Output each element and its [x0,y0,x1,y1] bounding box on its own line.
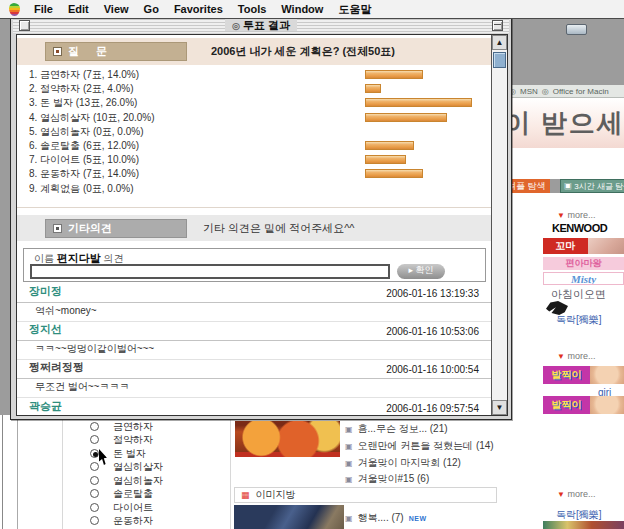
poll-option-row[interactable]: 절약하자 [90,433,153,446]
fav-circle-icon: ◎ [542,87,549,96]
poll-result-row: 5. 열심히놀자 (0표, 0.0%) [29,125,489,139]
board-link[interactable]: ▣오랜만에 커튼을 젖혔는데 (14) [345,439,494,453]
radio-icon[interactable] [90,503,99,512]
poll-option-row-selected[interactable]: 돈 벌자 [90,447,146,460]
opinion-label: 의견 [104,253,124,264]
ad-banner-pink[interactable]: 편아마왕 [543,257,624,270]
denim-photo[interactable] [234,505,344,529]
image-room-icon: ▦ [241,490,250,500]
menu-file[interactable]: File [34,3,53,15]
poll-option-row[interactable]: 운동하자 [90,514,153,527]
fav-msn[interactable]: MSN [520,87,538,96]
ad-banner-kkoma[interactable]: 꼬마 [543,238,624,254]
menu-view[interactable]: View [104,3,129,15]
poll-result-row: 9. 계획없음 (0표, 0.0%) [29,182,489,196]
board-link-label: 흠...무슨 정보... (21) [358,422,448,436]
question-text: 2006년 내가 세운 계획은? (전체50표) [211,44,395,59]
thumbnail-image[interactable] [543,521,624,529]
apple-menu-icon[interactable] [9,3,20,16]
balzzik-text: 발찍이 [543,366,590,384]
search-badge-3hour[interactable]: ▣ 3시간 새글 탐색 [560,179,624,193]
comment-text-row: ㅋㅋ~~멍멍이같이벌어~~~ [17,341,491,360]
result-bar [365,113,447,122]
ad-banner-misty[interactable]: Misty [543,272,624,285]
collapse-box[interactable] [492,20,503,31]
bullet-box-icon [53,47,62,56]
radio-icon[interactable] [90,422,99,431]
menu-help[interactable]: 도움말 [338,2,371,17]
board-link-label: 겨울맞이 마지막회 (12) [358,456,461,470]
close-box[interactable] [19,20,30,31]
board-link[interactable]: ▣흠...무슨 정보... (21) [345,422,448,436]
link-bullet-icon: ▣ [345,475,353,484]
board-link[interactable]: ▣겨울맞이 마지막회 (12) [345,456,461,470]
poll-option-row[interactable]: 다이어트 [90,501,153,514]
radio-icon[interactable] [90,476,99,485]
more-link[interactable]: ▼ more... [557,210,595,220]
window-scrollbar[interactable]: ▲ ▼ [491,35,507,415]
poll-option-label: 열심히놀자 [113,474,163,488]
poll-option-row[interactable]: 열심히살자 [90,460,163,473]
menu-go[interactable]: Go [144,3,159,15]
comments-list: 장미정 2006-01-16 13:19:33 역쉬~money~ 정지선 20… [17,284,491,416]
commenter-name[interactable]: 쩡쩌려정쩡 [29,360,84,375]
radio-icon[interactable] [90,435,99,444]
scroll-down-button[interactable]: ▼ [492,400,507,415]
dokrak-link[interactable]: 독락[獨樂] [556,313,602,327]
commenter-name[interactable]: 곽승균 [29,399,62,414]
kkoma-image [588,238,624,254]
comment-date: 2006-01-16 13:19:33 [386,288,479,299]
poll-option-row[interactable]: 열심히놀자 [90,474,163,487]
poll-option-label: 열심히살자 [113,460,163,474]
radio-icon[interactable] [90,516,99,525]
achim-link[interactable]: 아침이오면 [551,287,606,302]
image-room-header: ▦ 이미지방 [234,487,497,503]
more-link[interactable]: ▼ more... [557,351,595,361]
ad-banner-greeting[interactable]: 이 받으세 [505,98,624,148]
poll-result-label: 5. 열심히놀자 (0표, 0.0%) [29,125,143,139]
result-bar [365,70,423,79]
radio-icon[interactable] [90,489,99,498]
menu-favorites[interactable]: Favorites [174,3,223,15]
result-bar [365,141,414,150]
comment-text-row: 무조건 벌어~~ㅋㅋㅋ [17,379,491,398]
radio-icon[interactable] [90,462,99,471]
radio-selected-icon[interactable] [90,449,99,458]
more-label: more... [567,351,595,361]
link-bullet-icon: ▣ [345,459,353,468]
poll-result-row: 3. 돈 벌자 (13표, 26.0%) [29,96,489,110]
poll-result-label: 6. 솔로탈출 (6표, 12.0%) [29,139,139,153]
commenter-name[interactable]: 정지선 [29,322,62,337]
poll-option-label: 돈 벌자 [113,447,146,461]
confirm-button[interactable]: ▸ 확인 [397,264,445,279]
balzzik-text: 발찍이 [543,396,590,414]
menu-edit[interactable]: Edit [68,3,89,15]
lantern-photo[interactable] [235,421,340,457]
table-border-line [230,418,231,529]
browser-toolbar-icon[interactable] [566,24,587,35]
poll-result-label: 9. 계획없음 (0표, 0.0%) [29,182,133,196]
ad-banner-balzzik[interactable]: 발찍이 [543,396,624,414]
fav-office[interactable]: Office for Macin [553,87,609,96]
title-circle-icon: ◎ [232,21,240,31]
commenter-name[interactable]: 장미정 [29,284,62,299]
divider [17,207,491,208]
name-label: 이름 [34,253,54,264]
favorites-bar: ◎ MSN ◎ Office for Macin [505,85,624,98]
opinion-input[interactable] [30,264,390,279]
board-link-happy[interactable]: ▣ 행복.... (7) NEW [345,511,427,525]
scroll-up-button[interactable]: ▲ [492,35,507,50]
kenwood-logo[interactable]: KENWOOD [552,222,607,234]
menu-window[interactable]: Window [281,3,323,15]
balzzik-face-image [590,396,624,414]
poll-results-list: 1. 금연하자 (7표, 14.0%) 2. 절약하자 (2표, 4.0%) 3… [29,68,489,196]
menu-tools[interactable]: Tools [238,3,267,15]
poll-option-row[interactable]: 솔로탈출 [90,487,153,500]
scrollbar-thumb[interactable] [493,52,506,68]
more-link[interactable]: ▼ more... [557,489,595,499]
window-title-bar[interactable]: ◎ 투표 결과 [13,17,509,33]
dokrak-link[interactable]: 독락[獨樂] [556,508,602,522]
board-link[interactable]: ▣겨울맞이#15 (6) [345,472,429,486]
ad-banner-balzzik[interactable]: 발찍이 [543,366,624,384]
poll-option-row[interactable]: 금연하자 [90,420,153,433]
